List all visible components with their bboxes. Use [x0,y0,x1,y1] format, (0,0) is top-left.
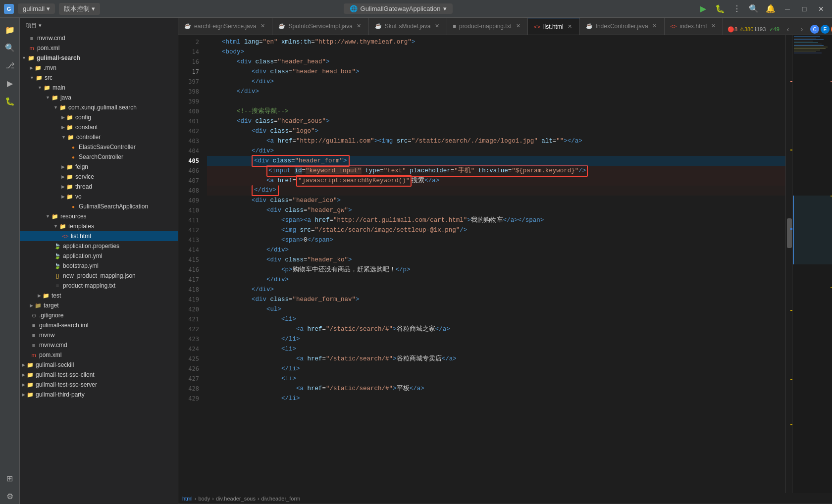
scrollbar-track[interactable] [785,35,792,493]
folder-chevron: ▶ [38,293,41,298]
tree-item-gulimall-search[interactable]: ▼ 📁 gulimall-search [20,53,178,63]
folder-icon: 📁 [67,133,75,141]
settings-button[interactable]: ⚙ [2,488,18,504]
tree-item-service[interactable]: ▶ 📁 service [20,172,178,182]
tree-item-mvn[interactable]: ▶ 📁 .mvn [20,63,178,73]
tree-item-vo[interactable]: ▶ 📁 vo [20,192,178,202]
search-everywhere[interactable]: 🔍 [747,2,761,16]
folder-chevron: ▶ [61,184,65,189]
scroll-left[interactable]: ‹ [782,24,793,35]
breadcrumb-body[interactable]: body [198,496,210,502]
java-tab-icon: ☕ [586,23,593,29]
folder-chevron: ▼ [38,85,42,90]
tab-listhtml[interactable]: <> list.html ✕ [528,18,580,35]
scrollbar-thumb[interactable] [787,218,792,248]
tab-searchfeign[interactable]: ☕ earchFeignService.java ✕ [178,18,272,35]
tree-item-test[interactable]: ▶ 📁 test [20,291,178,301]
tree-item-product-mapping-json[interactable]: {} new_product_mapping.json [20,271,178,281]
tree-item-target[interactable]: ▶ 📁 target [20,301,178,310]
tree-item-mvnwcmd-root[interactable]: ≡ mvnw.cmd [20,33,178,43]
tree-item-elastic-ctrl[interactable]: ● ElasticSaveController [20,142,178,152]
tree-item-com[interactable]: ▼ 📁 com.xunqi.gulimall.search [20,102,178,112]
tree-item-resources[interactable]: ▼ 📁 resources [20,211,178,221]
tree-item-thread[interactable]: ▶ 📁 thread [20,182,178,192]
tab-productmapping[interactable]: ≡ product-mapping.txt ✕ [447,18,528,35]
tree-item-sso-server[interactable]: ▶ 📁 gulimall-test-sso-server [20,380,178,390]
tab-close-btn[interactable]: ✕ [259,23,266,30]
tree-item-main[interactable]: ▼ 📁 main [20,83,178,93]
txt-tab-icon: ≡ [453,23,456,29]
code-line-413: <span>0</span> [207,235,785,245]
tree-item-java[interactable]: ▼ 📁 java [20,93,178,102]
more-actions[interactable]: ⋮ [730,2,744,16]
tree-item-mvnw2[interactable]: ≡ mvnw [20,330,178,340]
tab-close-btn[interactable]: ✕ [710,23,717,30]
browser-icons: C E F I [810,25,832,34]
tree-item-pomroot[interactable]: m pom.xml [20,43,178,53]
breadcrumb-html[interactable]: html [182,496,193,502]
breadcrumb-div-header-sous[interactable]: div.header_sous [216,496,256,502]
tab-spuinfo[interactable]: ☕ SpuInfoServiceImpl.java ✕ [272,18,368,35]
tab-indexhtml[interactable]: <> index.html ✕ [665,18,724,35]
tree-item-app-yml[interactable]: 🍃 application.yml [20,251,178,261]
tree-label: .mvn [44,64,56,71]
tree-item-search-ctrl[interactable]: ● SearchController [20,152,178,162]
folder-chevron: ▼ [53,224,58,229]
tree-item-gulimall-app[interactable]: ● GulimallSearchApplication [20,202,178,211]
tab-close-btn[interactable]: ✕ [434,23,441,30]
tree-item-app-props[interactable]: 🍃 application.properties [20,241,178,251]
version-control-selector[interactable]: 版本控制 ▾ [59,3,100,15]
plugins-button[interactable]: ⊞ [2,470,18,486]
tree-item-bootstrap-yml[interactable]: 🍃 bootstrap.yml [20,261,178,271]
tree-item-mvnwcmd2[interactable]: ≡ mvnw.cmd [20,340,178,350]
tree-item-config[interactable]: ▶ 📁 config [20,112,178,122]
cmd-icon: ≡ [30,331,38,339]
run-button[interactable]: ▶ [696,2,710,16]
notifications[interactable]: 🔔 [764,2,778,16]
project-selector[interactable]: gulimall ▾ [18,3,55,14]
tree-item-gulimall-seckill[interactable]: ▶ 📁 gulimall-seckill [20,360,178,370]
tab-indexcontroller[interactable]: ☕ IndexController.java ✕ [580,18,665,35]
tab-skues[interactable]: ☕ SkuEsModel.java ✕ [369,18,447,35]
java-tab-icon: ☕ [184,23,191,29]
tree-item-third-party[interactable]: ▶ 📁 gulimall-third-party [20,390,178,400]
project-header[interactable]: 项目 ▾ [20,18,178,33]
scroll-right[interactable]: › [796,24,807,35]
tree-item-constant[interactable]: ▶ 📁 constant [20,122,178,132]
tree-item-product-mapping-txt[interactable]: ≡ product-mapping.txt [20,281,178,291]
tree-item-src[interactable]: ▼ 📁 src [20,73,178,83]
tree-item-pom2[interactable]: m pom.xml [20,350,178,360]
breadcrumb-div-header-form[interactable]: div.header_form [261,496,301,502]
maximize-button[interactable]: □ [797,2,811,16]
close-button[interactable]: ✕ [814,2,828,16]
run-button-side[interactable]: ▶ [2,75,18,91]
tab-close-btn[interactable]: ✕ [356,23,363,30]
project-view-button[interactable]: 📁 [2,22,18,38]
find-button[interactable]: 🔍 [2,40,18,55]
tab-close-btn[interactable]: ✕ [567,23,573,30]
tree-label: application.properties [63,243,119,250]
tree-item-templates[interactable]: ▼ 📁 templates [20,221,178,231]
tab-close-btn[interactable]: ✕ [651,23,658,30]
editor-content[interactable]: 2 14 16 17 397 398 399 400 401 402 403 4… [178,35,832,493]
code-line-401: <div class="header_sous"> [207,116,785,126]
tab-close-btn[interactable]: ✕ [515,23,521,30]
tree-item-feign[interactable]: ▶ 📁 feign [20,162,178,172]
run-config-selector[interactable]: 🌐 GulimallGatewayApplication ▾ [344,3,453,14]
tree-item-controller[interactable]: ▼ 📁 controller [20,132,178,142]
line-numbers: 2 14 16 17 397 398 399 400 401 402 403 4… [178,35,203,493]
main-layout: 📁 🔍 ⎇ ▶ 🐛 ⊞ ⚙ 项目 ▾ ≡ mvnw.cmd m pom.xml … [0,18,832,504]
tree-item-iml[interactable]: ■ gulimall-search.iml [20,320,178,330]
minimize-button[interactable]: ─ [780,2,794,16]
yml-icon: 🍃 [53,262,61,270]
tree-item-gitignore[interactable]: ⊙ .gitignore [20,310,178,320]
tree-label: vo [75,193,82,200]
vcs-button[interactable]: ⎇ [2,57,18,73]
debug-button[interactable]: 🐛 [713,2,727,16]
tree-item-list-html[interactable]: <> list.html [20,231,178,241]
tree-label: .gitignore [39,312,63,319]
editor-area: ☕ earchFeignService.java ✕ ☕ SpuInfoServ… [178,18,832,504]
debug-side[interactable]: 🐛 [2,93,18,109]
tree-item-sso-client[interactable]: ▶ 📁 gulimall-test-sso-client [20,370,178,380]
code-content[interactable]: <html lang="en" xmlns:th="http://www.thy… [203,35,785,493]
